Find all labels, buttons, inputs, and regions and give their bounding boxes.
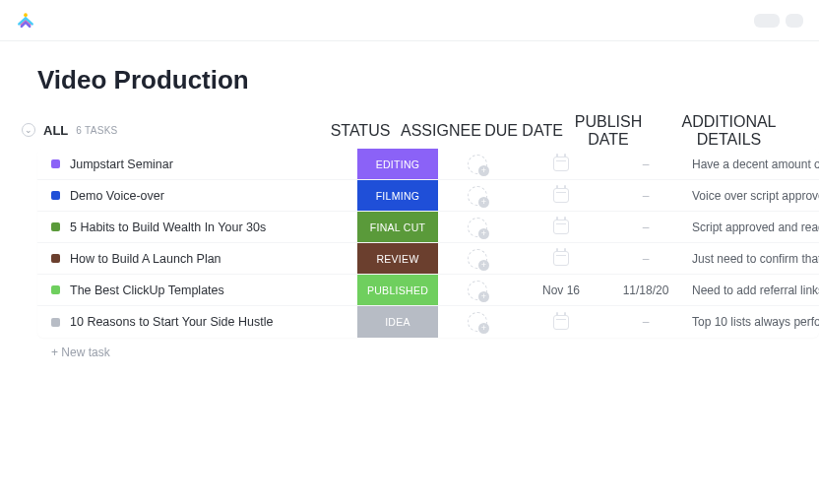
page-title: Video Production [0, 41, 819, 113]
assignee-add-icon[interactable] [468, 186, 487, 206]
status-bullet-icon [51, 191, 60, 200]
calendar-icon[interactable] [553, 251, 569, 266]
new-task-button[interactable]: + New task [0, 338, 819, 359]
task-list: Jumpstart SeminarEDITING–Have a decent a… [37, 149, 819, 338]
due-date-cell[interactable]: Nov 16 [517, 284, 605, 297]
publish-date-cell[interactable]: 11/18/20 [605, 284, 686, 297]
calendar-icon[interactable] [553, 157, 569, 171]
publish-date-text: – [643, 252, 650, 266]
assignee-add-icon[interactable] [468, 218, 487, 237]
col-header-details[interactable]: ADDITIONAL DETAILS [649, 113, 819, 149]
col-header-due-date[interactable]: DUE DATE [479, 122, 568, 140]
status-badge[interactable]: IDEA [357, 306, 438, 338]
due-date-cell[interactable] [517, 251, 605, 266]
assignee-cell[interactable] [438, 155, 517, 174]
assignee-add-icon[interactable] [468, 249, 487, 269]
assignee-add-icon[interactable] [468, 281, 487, 300]
status-bullet-icon [51, 285, 60, 294]
task-title-cell[interactable]: Jumpstart Seminar [37, 158, 357, 171]
assignee-cell[interactable] [438, 249, 517, 269]
publish-date-text: 11/18/20 [623, 284, 669, 297]
details-text[interactable]: Top 10 lists always perform well [686, 315, 819, 329]
table-row[interactable]: Jumpstart SeminarEDITING–Have a decent a… [37, 149, 819, 180]
status-bullet-icon [51, 159, 60, 168]
status-badge[interactable]: FILMING [357, 180, 438, 211]
details-text[interactable]: Script approved and ready to go! [686, 220, 819, 234]
status-bullet-icon [51, 318, 60, 327]
task-title-cell[interactable]: 10 Reasons to Start Your Side Hustle [37, 315, 357, 329]
publish-date-cell[interactable]: – [605, 252, 686, 266]
task-title-cell[interactable]: 5 Habits to Build Wealth In Your 30s [37, 220, 357, 234]
task-title-cell[interactable]: How to Build A Launch Plan [37, 252, 357, 266]
details-text[interactable]: Need to add referral links to video [686, 284, 819, 297]
due-date-text: Nov 16 [542, 284, 580, 297]
svg-point-0 [24, 13, 28, 17]
topbar-actions [754, 14, 803, 28]
task-title-cell[interactable]: The Best ClickUp Templates [37, 284, 357, 297]
task-title[interactable]: 10 Reasons to Start Your Side Hustle [70, 315, 273, 329]
details-text[interactable]: Voice over script approved, plannin [686, 189, 819, 203]
status-badge[interactable]: EDITING [357, 149, 438, 179]
task-title[interactable]: Jumpstart Seminar [70, 158, 173, 171]
table-row[interactable]: The Best ClickUp TemplatesPUBLISHEDNov 1… [37, 275, 819, 306]
task-title[interactable]: Demo Voice-over [70, 189, 164, 203]
task-title[interactable]: How to Build A Launch Plan [70, 252, 221, 266]
due-date-cell[interactable] [517, 188, 605, 203]
topbar-pill[interactable] [754, 14, 780, 28]
assignee-cell[interactable] [438, 218, 517, 237]
due-date-cell[interactable] [517, 220, 605, 234]
publish-date-text: – [643, 220, 650, 234]
publish-date-cell[interactable]: – [605, 315, 686, 329]
details-text[interactable]: Have a decent amount of B-roll, ma [686, 158, 819, 171]
group-name[interactable]: ALL [43, 123, 68, 138]
assignee-add-icon[interactable] [468, 312, 487, 332]
table-row[interactable]: 10 Reasons to Start Your Side HustleIDEA… [37, 306, 819, 338]
col-header-assignee[interactable]: ASSIGNEE [401, 122, 479, 140]
status-badge[interactable]: REVIEW [357, 243, 438, 274]
due-date-cell[interactable] [517, 315, 605, 330]
col-header-status[interactable]: STATUS [320, 122, 401, 140]
status-bullet-icon [51, 254, 60, 263]
task-title[interactable]: The Best ClickUp Templates [70, 284, 224, 297]
publish-date-text: – [643, 189, 650, 203]
table-row[interactable]: How to Build A Launch PlanREVIEW–Just ne… [37, 243, 819, 275]
clickup-logo-icon [16, 11, 35, 31]
task-title-cell[interactable]: Demo Voice-over [37, 189, 357, 203]
calendar-icon[interactable] [553, 188, 569, 203]
assignee-cell[interactable] [438, 312, 517, 332]
calendar-icon[interactable] [553, 220, 569, 234]
collapse-group-icon[interactable]: ⌄ [22, 123, 35, 137]
assignee-cell[interactable] [438, 186, 517, 206]
assignee-add-icon[interactable] [468, 155, 487, 174]
table-row[interactable]: 5 Habits to Build Wealth In Your 30sFINA… [37, 212, 819, 243]
publish-date-text: – [643, 158, 650, 171]
publish-date-text: – [643, 315, 650, 329]
publish-date-cell[interactable]: – [605, 189, 686, 203]
status-badge[interactable]: FINAL CUT [357, 212, 438, 242]
details-text[interactable]: Just need to confirm that the edite [686, 252, 819, 266]
publish-date-cell[interactable]: – [605, 158, 686, 171]
table-row[interactable]: Demo Voice-overFILMING–Voice over script… [37, 180, 819, 212]
task-title[interactable]: 5 Habits to Build Wealth In Your 30s [70, 220, 266, 234]
calendar-icon[interactable] [553, 315, 569, 330]
topbar-pill[interactable] [786, 14, 803, 28]
publish-date-cell[interactable]: – [605, 220, 686, 234]
col-header-publish-date[interactable]: PUBLISH DATE [568, 113, 649, 149]
topbar [0, 0, 819, 41]
status-bullet-icon [51, 222, 60, 231]
group-count: 6 TASKS [76, 125, 117, 136]
assignee-cell[interactable] [438, 281, 517, 300]
due-date-cell[interactable] [517, 157, 605, 171]
status-badge[interactable]: PUBLISHED [357, 275, 438, 305]
